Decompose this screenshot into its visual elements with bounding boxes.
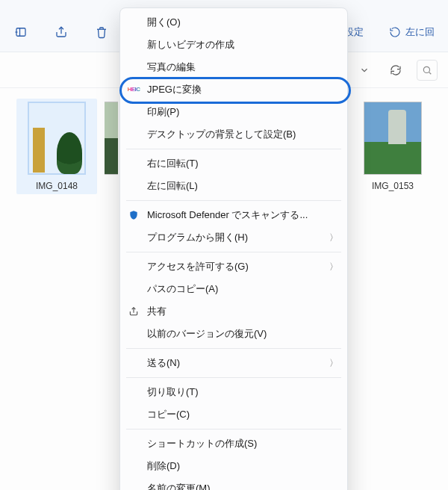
menu-separator (126, 252, 341, 252)
menu-edit-photo[interactable]: 写真の編集 (120, 56, 347, 78)
menu-open-with[interactable]: プログラムから開く(H)〉 (120, 226, 347, 249)
menu-copy[interactable]: コピー(C) (120, 403, 347, 426)
menu-convert-to-jpeg[interactable]: HEIC JPEGに変換 (120, 78, 347, 101)
menu-create-shortcut[interactable]: ショートカットの作成(S) (120, 432, 347, 455)
heic-icon: HEIC (128, 84, 140, 96)
rotate-left-label: 左に回 (405, 25, 435, 39)
search-box[interactable] (417, 60, 438, 81)
menu-defender-scan[interactable]: Microsoft Defender でスキャンする... (120, 204, 347, 226)
menu-separator (126, 348, 341, 349)
chevron-right-icon: 〉 (329, 261, 338, 273)
menu-open[interactable]: 開く(O) (120, 11, 347, 34)
menu-cut[interactable]: 切り取り(T) (120, 381, 347, 403)
menu-separator (126, 377, 341, 378)
menu-delete[interactable]: 削除(D) (120, 455, 347, 477)
menu-rotate-right[interactable]: 右に回転(T) (120, 152, 347, 175)
chevron-down-icon[interactable] (354, 60, 375, 81)
file-item-partial[interactable] (105, 102, 118, 175)
chevron-right-icon: 〉 (329, 232, 338, 244)
svg-line-4 (429, 72, 432, 74)
chevron-right-icon: 〉 (329, 357, 338, 370)
thumbnail-image (105, 102, 118, 175)
menu-new-video[interactable]: 新しいビデオの作成 (120, 34, 347, 56)
share-icon (128, 306, 140, 317)
file-item-0148[interactable]: IMG_0148 (16, 99, 97, 194)
file-label: IMG_0148 (36, 181, 78, 191)
file-item-0153[interactable]: IMG_0153 (352, 102, 433, 191)
shield-icon (128, 209, 140, 221)
refresh-icon[interactable] (385, 60, 406, 81)
context-menu: 開く(O) 新しいビデオの作成 写真の編集 HEIC JPEGに変換 印刷(P)… (119, 7, 348, 490)
menu-separator (126, 200, 341, 201)
thumbnail-image (364, 102, 422, 175)
panel-toggle-icon[interactable] (13, 25, 28, 40)
menu-print[interactable]: 印刷(P) (120, 101, 347, 123)
menu-rename[interactable]: 名前の変更(M) (120, 477, 347, 490)
menu-separator (126, 149, 341, 149)
menu-separator (126, 429, 341, 429)
menu-rotate-left[interactable]: 左に回転(L) (120, 175, 347, 197)
thumbnail-image (28, 102, 86, 175)
menu-copy-path[interactable]: パスのコピー(A) (120, 278, 347, 300)
menu-set-wallpaper[interactable]: デスクトップの背景として設定(B) (120, 123, 347, 146)
rotate-left-button[interactable]: 左に回 (389, 25, 435, 39)
delete-icon[interactable] (94, 25, 109, 40)
menu-give-access[interactable]: アクセスを許可する(G)〉 (120, 255, 347, 278)
svg-point-3 (423, 66, 429, 72)
menu-send-to[interactable]: 送る(N)〉 (120, 352, 347, 374)
menu-restore-prev[interactable]: 以前のバージョンの復元(V) (120, 323, 347, 345)
svg-rect-0 (16, 28, 25, 36)
share-icon[interactable] (54, 25, 69, 40)
menu-share[interactable]: 共有 (120, 300, 347, 323)
file-label: IMG_0153 (372, 181, 414, 191)
